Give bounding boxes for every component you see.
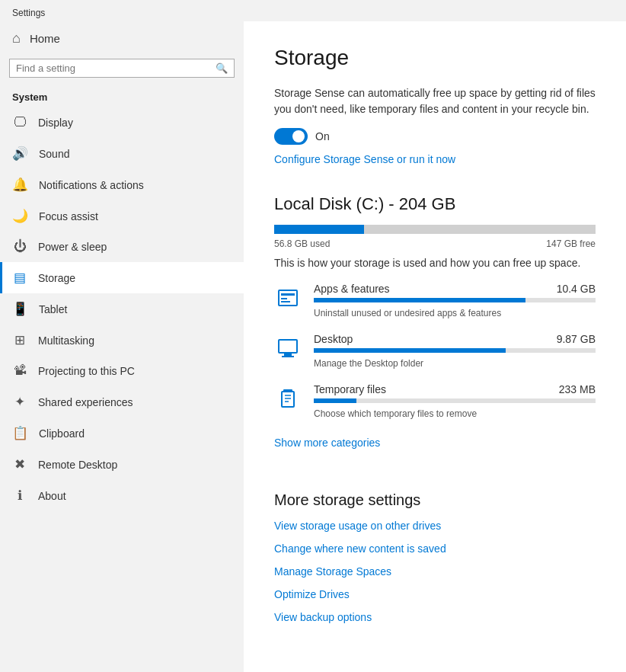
category-apps: Apps & features 10.4 GB Uninstall unused… [274, 283, 596, 319]
sidebar-item-tablet[interactable]: 📱 Tablet [0, 293, 244, 325]
svg-rect-5 [284, 354, 292, 356]
category-apps-size: 10.4 GB [557, 283, 596, 295]
main-content: Storage Storage Sense can automatically … [244, 21, 626, 672]
sidebar-item-about[interactable]: ℹ About [0, 480, 244, 511]
sidebar-item-shared-label: Shared experiences [38, 396, 133, 408]
focus-icon: 🌙 [12, 208, 28, 224]
page-title: Storage [274, 46, 596, 70]
disk-free-label: 147 GB free [546, 238, 596, 249]
sidebar-item-notifications[interactable]: 🔔 Notifications & actions [0, 169, 244, 200]
sidebar-item-remote[interactable]: ✖ Remote Desktop [0, 449, 244, 480]
clipboard-icon: 📋 [12, 425, 28, 441]
toggle-label: On [315, 130, 330, 142]
home-icon: ⌂ [12, 30, 21, 46]
show-more-link[interactable]: Show more categories [274, 437, 380, 449]
category-temp-header: Temporary files 233 MB [314, 383, 596, 395]
power-icon: ⏻ [12, 239, 27, 254]
title-bar: Settings [0, 0, 626, 21]
category-temp-size: 233 MB [559, 383, 596, 395]
category-desktop-bar [314, 348, 596, 353]
category-desktop-body: Desktop 9.87 GB Manage the Desktop folde… [314, 333, 596, 370]
svg-rect-3 [281, 301, 290, 302]
shared-icon: ✦ [12, 394, 27, 410]
sidebar-item-display-label: Display [38, 117, 73, 129]
link-view-storage-other[interactable]: View storage usage on other drives [274, 520, 596, 532]
sidebar-item-storage-label: Storage [38, 272, 75, 284]
search-input[interactable] [16, 62, 216, 74]
search-box[interactable]: 🔍 [9, 59, 235, 78]
svg-rect-6 [282, 356, 294, 357]
apps-icon [274, 284, 302, 312]
category-desktop-sub: Manage the Desktop folder [314, 358, 423, 369]
disk-title: Local Disk (C:) - 204 GB [274, 194, 596, 214]
disk-bar-labels: 56.8 GB used 147 GB free [274, 238, 596, 249]
storage-icon: ▤ [12, 270, 27, 286]
disk-section: Local Disk (C:) - 204 GB 56.8 GB used 14… [274, 194, 596, 470]
storage-sense-toggle-row: On [274, 128, 596, 145]
sidebar-item-multitasking-label: Multitasking [38, 334, 94, 347]
projecting-icon: 📽 [12, 363, 27, 379]
sidebar-item-display[interactable]: 🖵 Display [0, 107, 244, 138]
multitasking-icon: ⊞ [12, 332, 27, 348]
sidebar-item-clipboard[interactable]: 📋 Clipboard [0, 418, 244, 449]
category-apps-header: Apps & features 10.4 GB [314, 283, 596, 295]
sidebar-item-sound-label: Sound [39, 148, 69, 160]
category-apps-bar [314, 298, 596, 302]
sidebar-item-power-label: Power & sleep [38, 241, 107, 253]
svg-rect-4 [279, 340, 297, 353]
sidebar: ⌂ Home 🔍 System 🖵 Display 🔊 Sound 🔔 Noti… [0, 21, 244, 672]
disk-bar [274, 225, 596, 234]
link-manage-storage-spaces[interactable]: Manage Storage Spaces [274, 565, 596, 578]
more-settings-title: More storage settings [274, 491, 596, 509]
svg-rect-1 [281, 293, 295, 296]
sidebar-item-storage[interactable]: ▤ Storage [0, 262, 244, 293]
category-temp-name: Temporary files [314, 383, 386, 395]
sidebar-item-tablet-label: Tablet [39, 303, 67, 315]
sidebar-section-title: System [0, 87, 244, 107]
svg-rect-2 [281, 298, 287, 299]
sidebar-home-button[interactable]: ⌂ Home [0, 21, 244, 56]
sidebar-item-projecting-label: Projecting to this PC [38, 365, 135, 377]
sidebar-item-notifications-label: Notifications & actions [39, 179, 144, 191]
storage-sense-toggle[interactable] [274, 128, 308, 145]
svg-rect-8 [282, 392, 294, 407]
category-temp-bar-fill [314, 398, 356, 403]
disk-bar-used [274, 225, 364, 234]
search-icon: 🔍 [216, 62, 228, 74]
category-apps-bar-fill [314, 298, 525, 302]
notifications-icon: 🔔 [12, 177, 28, 193]
category-apps-name: Apps & features [314, 283, 390, 295]
sound-icon: 🔊 [12, 146, 28, 162]
category-temp: Temporary files 233 MB Choose which temp… [274, 383, 596, 420]
disk-description: This is how your storage is used and how… [274, 257, 596, 269]
sidebar-item-focus-label: Focus assist [39, 210, 98, 222]
link-change-content-saved[interactable]: Change where new content is saved [274, 542, 596, 555]
sidebar-item-remote-label: Remote Desktop [38, 459, 117, 471]
sidebar-item-sound[interactable]: 🔊 Sound [0, 138, 244, 169]
link-view-backup[interactable]: View backup options [274, 611, 596, 623]
link-optimize-drives[interactable]: Optimize Drives [274, 588, 596, 600]
temp-icon [274, 385, 302, 412]
category-desktop-bar-fill [314, 348, 506, 353]
tablet-icon: 📱 [12, 301, 28, 317]
category-apps-sub: Uninstall unused or undesired apps & fea… [314, 308, 501, 318]
category-temp-bar [314, 398, 596, 403]
category-temp-sub: Choose which temporary files to remove [314, 408, 477, 419]
sidebar-item-shared[interactable]: ✦ Shared experiences [0, 386, 244, 418]
sidebar-item-focus[interactable]: 🌙 Focus assist [0, 200, 244, 232]
configure-link[interactable]: Configure Storage Sense or run it now [274, 153, 455, 165]
sidebar-item-multitasking[interactable]: ⊞ Multitasking [0, 325, 244, 356]
sidebar-home-label: Home [30, 32, 60, 45]
category-desktop-size: 9.87 GB [557, 333, 596, 345]
disk-used-label: 56.8 GB used [274, 238, 330, 249]
sidebar-item-about-label: About [38, 490, 66, 502]
category-desktop-header: Desktop 9.87 GB [314, 333, 596, 345]
storage-sense-description: Storage Sense can automatically free up … [274, 85, 596, 117]
display-icon: 🖵 [12, 115, 27, 130]
about-icon: ℹ [12, 488, 27, 504]
category-apps-body: Apps & features 10.4 GB Uninstall unused… [314, 283, 596, 319]
sidebar-item-projecting[interactable]: 📽 Projecting to this PC [0, 356, 244, 386]
sidebar-item-power[interactable]: ⏻ Power & sleep [0, 232, 244, 262]
desktop-icon [274, 334, 302, 362]
remote-icon: ✖ [12, 456, 27, 472]
